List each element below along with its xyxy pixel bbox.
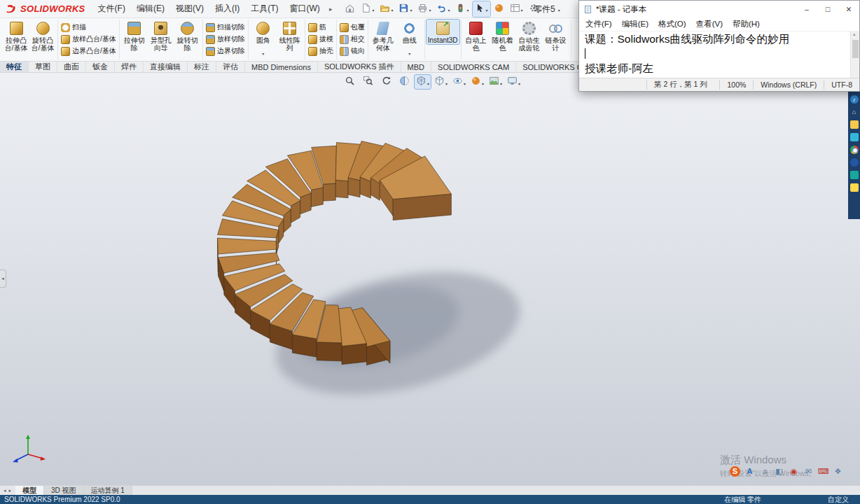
ribbon-fillet-button[interactable]: 圆角 <box>250 20 277 58</box>
dock-sticky-notes-icon[interactable] <box>850 183 859 192</box>
ribbon-auto-color-button[interactable]: 自动上 色 <box>463 20 490 52</box>
quick-home-button[interactable] <box>342 1 357 17</box>
tab-11[interactable]: MBD <box>401 62 431 72</box>
tab-8[interactable]: 评估 <box>216 62 245 72</box>
status-custom-button[interactable]: 自定义 <box>828 495 849 504</box>
quick-pointer-button[interactable] <box>473 1 490 17</box>
notepad-maximize-button[interactable]: □ <box>817 1 838 18</box>
tab-6[interactable]: 直接编辑 <box>144 62 188 72</box>
ribbon-intersect-button[interactable]: 相交 <box>338 34 366 45</box>
tray-ime-mode-icon[interactable]: A <box>744 466 755 477</box>
menu-item-3[interactable]: 视图(V) <box>170 0 209 18</box>
dock-home-icon[interactable]: ⌂ <box>850 108 859 116</box>
ribbon-draft-button[interactable]: 拔模 <box>307 34 335 45</box>
tray-apps-tray-icon[interactable]: ❖ <box>833 466 843 477</box>
notepad-menu-1[interactable]: 文件(F) <box>581 19 617 29</box>
headsup-hide-items-button[interactable] <box>451 75 467 89</box>
ribbon-instant3d-button[interactable]: Instant3D <box>426 20 459 44</box>
ribbon-auto-gear-button[interactable]: 自动生 成齿轮 <box>516 20 543 52</box>
dock-app-blue-icon[interactable] <box>850 158 859 167</box>
notepad-menu-3[interactable]: 格式(O) <box>653 19 691 29</box>
tab-7[interactable]: 标注 <box>188 62 216 72</box>
ribbon-shell-button[interactable]: 抽壳 <box>307 46 335 57</box>
model-tab-scroll-arrows[interactable] <box>0 486 15 495</box>
headsup-zoom-area-button[interactable] <box>360 75 376 89</box>
tab-3[interactable]: 曲面 <box>57 62 86 72</box>
dock-browser-icon[interactable] <box>850 146 859 154</box>
notepad-menu-5[interactable]: 帮助(H) <box>728 19 765 29</box>
menu-item-4[interactable]: 插入(I) <box>209 0 245 18</box>
tray-display-tray-icon[interactable]: ◧ <box>774 466 784 477</box>
headsup-apply-scene-button[interactable] <box>487 75 504 89</box>
dock-app-teal-icon[interactable] <box>850 171 859 179</box>
graphics-area[interactable]: 激活 Windows 转到"设置"以激活 Windows。 SA♫◧◉✉⌨❖ <box>0 73 860 485</box>
menu-item-6[interactable]: 窗口(W) <box>284 0 326 18</box>
model-tab-2[interactable]: 3D 视图 <box>44 486 84 495</box>
ribbon-chain-design-button[interactable]: 链条设 计 <box>543 20 569 52</box>
tab-5[interactable]: 焊件 <box>115 62 144 72</box>
menu-item-5[interactable]: 工具(T) <box>245 0 284 18</box>
ribbon-rib-button[interactable]: 筋 <box>307 22 335 33</box>
model-tab-3[interactable]: 运动算例 1 <box>84 486 132 495</box>
headsup-section-view-button[interactable] <box>396 75 412 89</box>
tray-solidworks-resource-monitor-icon[interactable]: S <box>730 466 740 477</box>
quick-open-button[interactable] <box>377 1 395 17</box>
document-name[interactable]: 零件5 <box>534 0 560 18</box>
model-tab-1[interactable]: 模型 <box>15 486 44 495</box>
dock-display-settings-icon[interactable] <box>850 133 859 141</box>
ribbon-random-color-button[interactable]: 随机着 色 <box>490 20 516 52</box>
tab-12[interactable]: SOLIDWORKS CAM <box>431 62 516 72</box>
ribbon-hole-wizard-button[interactable]: 异型孔 向导 <box>148 20 174 62</box>
notepad-close-button[interactable]: ✕ <box>838 1 859 18</box>
tray-keyboard-tray-icon[interactable]: ⌨ <box>818 466 828 477</box>
quick-rebuild-button[interactable] <box>453 1 471 17</box>
menu-expander-icon[interactable]: ▸ <box>326 6 336 13</box>
ribbon-mirror-button[interactable]: 镜向 <box>338 46 366 57</box>
ribbon-linear-pattern-button[interactable]: 线性阵 列 <box>277 20 303 62</box>
notepad-zoom-level[interactable]: 100% <box>719 80 753 90</box>
quick-undo-button[interactable] <box>434 1 452 17</box>
ribbon-loft-button[interactable]: 放样凸台/基体 <box>60 34 118 45</box>
headsup-zoom-fit-button[interactable] <box>342 75 358 89</box>
ribbon-reference-geometry-button[interactable]: 参考几 何体 <box>370 20 396 62</box>
tab-4[interactable]: 钣金 <box>86 62 115 72</box>
tab-10[interactable]: SOLIDWORKS 插件 <box>318 62 401 72</box>
notepad-text-area[interactable]: 课题：Solidworks曲线驱动阵列命令的妙用授课老师-阿左 <box>579 31 859 78</box>
ribbon-boundary-cut-button[interactable]: 边界切除 <box>204 46 247 57</box>
quick-save-button[interactable] <box>396 1 414 17</box>
ribbon-revolve-boss-button[interactable]: 旋转凸 台/基体 <box>29 20 56 62</box>
notepad-scrollbar[interactable] <box>850 31 859 78</box>
quick-appearance-button[interactable] <box>492 1 506 17</box>
headsup-edit-appearance-button[interactable] <box>469 75 485 89</box>
quick-new-doc-button[interactable] <box>359 1 376 17</box>
feature-tree-collapsed-tab[interactable] <box>0 270 6 288</box>
tray-media-tray-icon[interactable]: ♫ <box>759 466 770 477</box>
tray-mail-tray-icon[interactable]: ✉ <box>803 466 814 477</box>
menu-item-1[interactable]: 文件(F) <box>92 0 131 18</box>
ribbon-revolved-cut-button[interactable]: 旋转切 除 <box>174 20 201 62</box>
notepad-menu-4[interactable]: 查看(V) <box>691 19 728 29</box>
notepad-minimize-button[interactable]: – <box>796 1 817 18</box>
ribbon-sweep-button[interactable]: 扫描 <box>60 22 118 33</box>
headsup-view-orientation-button[interactable] <box>415 75 431 89</box>
notepad-titlebar[interactable]: *课题 - 记事本 –□✕ <box>579 1 859 18</box>
quick-print-button[interactable] <box>415 1 433 17</box>
quick-panes-button[interactable] <box>508 1 525 17</box>
ribbon-extrude-boss-button[interactable]: 拉伸凸 台/基体 <box>3 20 29 52</box>
tab-2[interactable]: 草图 <box>29 62 57 72</box>
ribbon-boundary-button[interactable]: 边界凸台/基体 <box>60 46 118 57</box>
ribbon-swept-cut-button[interactable]: 扫描切除 <box>204 22 247 33</box>
notepad-menu-2[interactable]: 编辑(E) <box>617 19 653 29</box>
tray-camera-tray-icon[interactable]: ◉ <box>789 466 799 477</box>
tab-1[interactable]: 特征 <box>0 62 29 72</box>
headsup-previous-view-button[interactable] <box>378 75 394 89</box>
headsup-display-style-button[interactable] <box>433 75 449 89</box>
menu-item-2[interactable]: 编辑(E) <box>131 0 170 18</box>
ribbon-lofted-cut-button[interactable]: 放样切除 <box>204 34 247 45</box>
dock-file-explorer-icon[interactable] <box>850 120 859 129</box>
ribbon-extruded-cut-button[interactable]: 拉伸切 除 <box>121 20 148 52</box>
ribbon-wrap-button[interactable]: 包覆 <box>338 22 366 33</box>
ribbon-curves-button[interactable]: 曲线 <box>396 20 423 58</box>
tab-9[interactable]: MBD Dimensions <box>245 62 318 72</box>
dock-media-player-icon[interactable]: ♪ <box>850 95 859 104</box>
